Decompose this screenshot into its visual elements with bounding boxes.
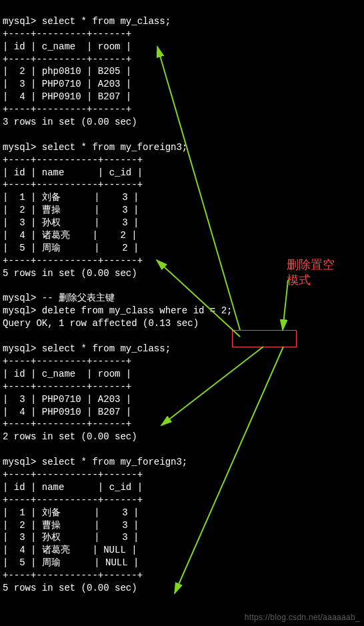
table-row: | 2 | 曹操 | 3 | <box>3 205 139 215</box>
table-sep: +----+-----------+------+ <box>3 570 143 581</box>
table-sep: +----+---------+------+ <box>3 104 131 115</box>
table-row: | 3 | 孙权 | 3 | <box>3 217 139 228</box>
prompt: mysql> <box>3 16 42 27</box>
table-row: | 2 | 曹操 | 3 | <box>3 520 139 531</box>
terminal-output: mysql> select * from my_class; +----+---… <box>0 0 364 610</box>
sql-query: select * from my_class; <box>42 16 171 27</box>
table-header: | id | c_name | room | <box>3 369 131 379</box>
prompt: mysql> <box>3 343 42 354</box>
sql-query: select * from my_foreign3; <box>42 142 187 153</box>
table-row: | 5 | 周瑜 | 2 | <box>3 243 139 253</box>
table-row: | 4 | PHP0910 | B207 | <box>3 91 131 102</box>
table-header: | id | name | c_id | <box>3 167 143 178</box>
sql-comment: -- 删除父表主键 <box>42 293 115 303</box>
sql-query: select * from my_class; <box>42 343 171 354</box>
prompt: mysql> <box>3 293 42 303</box>
table-row: | 4 | 诸葛亮 | NULL | <box>3 545 137 555</box>
table-sep: +----+---------+------+ <box>3 29 131 39</box>
table-row: | 5 | 周瑜 | NULL | <box>3 557 139 568</box>
sql-query: delete from my_class where id = 2; <box>42 305 233 316</box>
table-row: | 3 | 孙权 | 3 | <box>3 532 139 543</box>
table-row: | 1 | 刘备 | 3 | <box>3 192 139 203</box>
annotation-label: 删除置空 模式 <box>287 257 335 289</box>
table-row: | 4 | PHP0910 | B207 | <box>3 407 131 417</box>
result-summary: 2 rows in set (0.00 sec) <box>3 431 137 442</box>
sql-query: select * from my_foreign3; <box>42 457 187 467</box>
result-summary: 5 rows in set (0.00 sec) <box>3 268 137 279</box>
prompt: mysql> <box>3 305 42 316</box>
table-row: | 1 | 刘备 | 3 | <box>3 507 139 518</box>
result-summary: Query OK, 1 row affected (0.13 sec) <box>3 318 199 329</box>
watermark: https://blog.csdn.net/aaaaaab_ <box>245 613 360 622</box>
table-row: | 4 | 诸葛亮 | 2 | <box>3 230 137 241</box>
table-sep: +----+-----------+------+ <box>3 495 143 505</box>
prompt: mysql> <box>3 457 42 467</box>
table-sep: +----+-----------+------+ <box>3 469 143 480</box>
annotation-highlight-box <box>232 330 297 347</box>
table-sep: +----+---------+------+ <box>3 419 131 429</box>
prompt: mysql> <box>3 142 42 153</box>
table-row: | 2 | php0810 | B205 | <box>3 66 131 77</box>
table-row: | 3 | PHP0710 | A203 | <box>3 394 131 405</box>
table-row: | 3 | PHP0710 | A203 | <box>3 79 131 89</box>
table-sep: +----+---------+------+ <box>3 381 131 392</box>
annotation-line: 模式 <box>287 273 311 287</box>
table-sep: +----+-----------+------+ <box>3 179 143 190</box>
result-summary: 3 rows in set (0.00 sec) <box>3 117 137 127</box>
result-summary: 5 rows in set (0.00 sec) <box>3 583 137 593</box>
table-sep: +----+---------+------+ <box>3 54 131 65</box>
table-sep: +----+-----------+------+ <box>3 255 143 266</box>
annotation-line: 删除置空 <box>287 258 335 271</box>
table-sep: +----+-----------+------+ <box>3 155 143 165</box>
table-sep: +----+---------+------+ <box>3 356 131 367</box>
table-header: | id | name | c_id | <box>3 482 143 493</box>
table-header: | id | c_name | room | <box>3 41 131 52</box>
